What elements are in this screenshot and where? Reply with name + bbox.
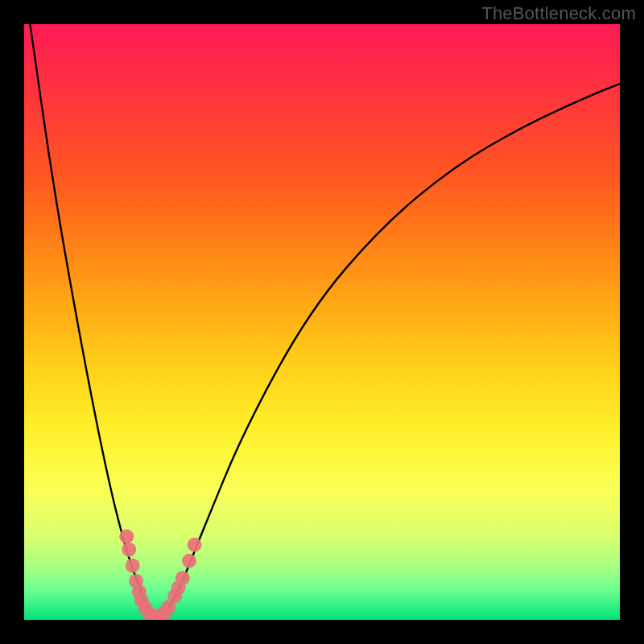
marker-dot [182, 554, 196, 568]
marker-dot [119, 529, 134, 543]
marker-dot [188, 538, 202, 552]
marker-dot [175, 571, 190, 585]
bottleneck-curve-svg [24, 24, 620, 620]
marker-dot [122, 543, 136, 557]
marker-dot [126, 559, 140, 573]
bottleneck-curve [30, 24, 620, 616]
chart-plot-area [24, 24, 620, 620]
curve-path [30, 24, 620, 616]
watermark-text: TheBottleneck.com [481, 3, 636, 24]
chart-frame: TheBottleneck.com [0, 0, 644, 644]
highlight-markers [119, 529, 201, 620]
